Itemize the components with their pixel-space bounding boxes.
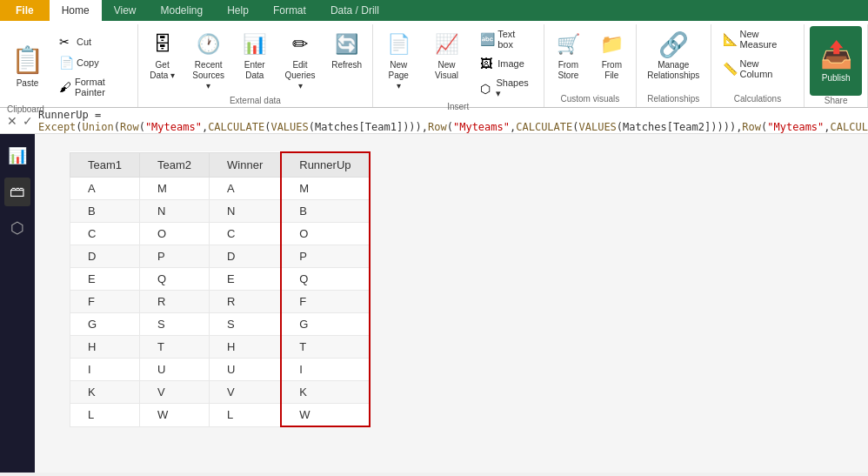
calculations-stacked: 📐 New Measure 📏 New Column — [718, 26, 798, 82]
table-cell: S — [140, 313, 210, 336]
new-measure-label: New Measure — [740, 29, 793, 50]
sidebar-report-icon[interactable]: 📊 — [3, 141, 32, 171]
cut-button[interactable]: ✂ Cut — [55, 32, 134, 51]
table-cell: K — [281, 381, 369, 404]
sidebar-model-icon[interactable]: ⬡ — [5, 213, 30, 243]
table-cell: H — [210, 336, 282, 359]
header-team2: Team2 — [140, 152, 210, 178]
custom-visuals-group: 🛒 FromStore 📁 FromFile Custom visuals — [544, 24, 637, 107]
from-store-button[interactable]: 🛒 FromStore — [548, 26, 588, 85]
formula-text: RunnerUp = Except(Union(Row("Myteams",CA… — [38, 109, 868, 133]
table-cell: M — [140, 178, 210, 200]
table-cell: G — [70, 313, 140, 336]
insert-group: 📄 NewPage ▾ 📈 New Visual 🔤 Text box 🖼 Im… — [373, 24, 544, 107]
publish-label: Publish — [822, 73, 851, 83]
format-painter-label: Format Painter — [75, 77, 130, 97]
share-group: 📤 Publish Share — [805, 24, 868, 107]
sidebar-data-icon[interactable]: 🗃 — [4, 178, 30, 206]
format-painter-icon: 🖌 — [59, 80, 71, 94]
manage-relationships-label: ManageRelationships — [647, 60, 699, 81]
tab-help[interactable]: Help — [215, 0, 261, 21]
table-cell: Q — [140, 268, 210, 291]
get-data-button[interactable]: 🗄 GetData ▾ — [144, 26, 181, 85]
table-cell: V — [210, 381, 282, 404]
refresh-button[interactable]: 🔄 Refresh — [327, 26, 367, 75]
publish-icon: 📤 — [820, 39, 852, 70]
table-cell: U — [140, 359, 210, 381]
table-cell: M — [281, 178, 369, 200]
tab-home[interactable]: Home — [50, 0, 102, 21]
from-file-label: FromFile — [602, 60, 622, 81]
main-area: 📊 🗃 ⬡ Team1 Team2 Winner RunnerUp AMAMBN… — [0, 134, 868, 473]
edit-queries-button[interactable]: ✏ EditQueries ▾ — [277, 26, 323, 96]
format-painter-button[interactable]: 🖌 Format Painter — [55, 74, 134, 100]
insert-stacked: 🔤 Text box 🖼 Image ⬡ Shapes ▾ — [476, 26, 537, 102]
tab-file[interactable]: File — [0, 0, 50, 21]
table-row: GSSG — [70, 313, 370, 336]
publish-button[interactable]: 📤 Publish — [810, 26, 862, 96]
new-column-label: New Column — [740, 58, 793, 79]
clipboard-label: Clipboard — [7, 104, 44, 114]
recent-sources-icon: 🕐 — [195, 30, 223, 58]
shapes-label: Shapes ▾ — [496, 77, 531, 99]
table-cell: F — [281, 291, 369, 313]
table-cell: A — [210, 178, 282, 200]
table-cell: F — [70, 291, 140, 313]
manage-relationships-icon: 🔗 — [659, 30, 687, 58]
table-row: LWLW — [70, 404, 370, 427]
formula-cancel-icon[interactable]: ✕ — [7, 114, 17, 128]
table-cell: D — [70, 245, 140, 268]
table-cell: E — [70, 268, 140, 291]
external-data-group: 🗄 GetData ▾ 🕐 RecentSources ▾ 📊 EnterDat… — [138, 24, 373, 107]
table-cell: E — [210, 268, 282, 291]
table-cell: W — [281, 404, 369, 427]
table-row: EQEQ — [70, 268, 370, 291]
shapes-button[interactable]: ⬡ Shapes ▾ — [476, 75, 537, 102]
table-cell: P — [140, 245, 210, 268]
paste-button[interactable]: 📋 Paste — [3, 31, 51, 101]
image-label: Image — [497, 58, 524, 69]
tab-view[interactable]: View — [102, 0, 149, 21]
table-cell: I — [70, 359, 140, 381]
table-cell: I — [281, 359, 369, 381]
new-column-button[interactable]: 📏 New Column — [718, 56, 798, 82]
manage-relationships-button[interactable]: 🔗 ManageRelationships — [641, 26, 705, 85]
shapes-icon: ⬡ — [480, 82, 492, 96]
tab-bar: File Home View Modeling Help Format Data… — [0, 0, 868, 21]
new-page-icon: 📄 — [384, 30, 412, 58]
table-cell: A — [70, 178, 140, 200]
content-area: Team1 Team2 Winner RunnerUp AMAMBNNBCOCO… — [35, 134, 868, 473]
copy-icon: 📄 — [59, 56, 73, 70]
new-visual-button[interactable]: 📈 New Visual — [421, 26, 472, 85]
table-row: IUUI — [70, 359, 370, 381]
refresh-label: Refresh — [331, 60, 362, 70]
image-button[interactable]: 🖼 Image — [476, 54, 537, 73]
cut-icon: ✂ — [59, 35, 73, 49]
relationships-label: Relationships — [647, 94, 699, 105]
tab-format[interactable]: Format — [261, 0, 318, 21]
table-cell: T — [281, 336, 369, 359]
table-cell: K — [70, 381, 140, 404]
recent-sources-button[interactable]: 🕐 RecentSources ▾ — [184, 26, 232, 96]
text-box-button[interactable]: 🔤 Text box — [476, 26, 537, 52]
new-page-button[interactable]: 📄 NewPage ▾ — [380, 26, 417, 96]
enter-data-button[interactable]: 📊 EnterData — [236, 26, 273, 85]
table-cell: O — [281, 223, 369, 245]
tab-data-drill[interactable]: Data / Drill — [318, 0, 391, 21]
table-cell: V — [140, 381, 210, 404]
tab-modeling[interactable]: Modeling — [148, 0, 215, 21]
new-measure-button[interactable]: 📐 New Measure — [718, 26, 798, 52]
formula-confirm-icon[interactable]: ✓ — [23, 114, 33, 128]
copy-label: Copy — [77, 57, 99, 68]
new-measure-icon: 📐 — [723, 32, 737, 46]
edit-queries-icon: ✏ — [286, 30, 314, 58]
refresh-icon: 🔄 — [333, 30, 361, 58]
get-data-label: GetData ▾ — [150, 60, 175, 81]
clipboard-group: 📋 Paste ✂ Cut 📄 Copy 🖌 Format Painter Cl… — [0, 24, 138, 107]
table-cell: C — [210, 223, 282, 245]
from-file-button[interactable]: 📁 FromFile — [591, 26, 631, 85]
new-visual-icon: 📈 — [433, 30, 461, 58]
copy-button[interactable]: 📄 Copy — [55, 53, 134, 72]
table-cell: C — [70, 223, 140, 245]
edit-queries-label: EditQueries ▾ — [283, 60, 317, 91]
